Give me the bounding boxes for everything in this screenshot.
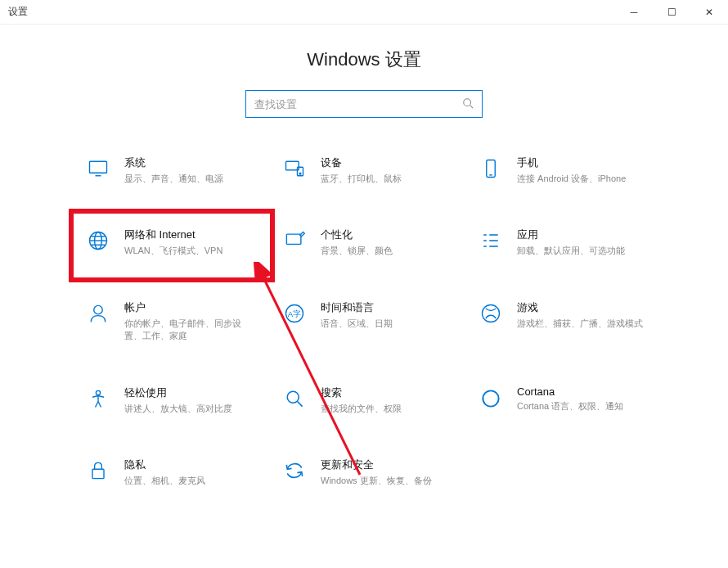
- paint-icon: [281, 228, 308, 254]
- tile-desc: 背景、锁屏、颜色: [321, 245, 455, 257]
- globe-icon: [85, 228, 111, 254]
- apps-icon: [478, 228, 504, 254]
- search-input[interactable]: [254, 98, 462, 110]
- svg-rect-2: [90, 161, 107, 173]
- tile-devices[interactable]: 设备 蓝牙、打印机、鼠标: [278, 151, 458, 190]
- tile-title: 更新和安全: [321, 458, 455, 472]
- search-icon: [462, 97, 474, 111]
- svg-rect-14: [286, 235, 301, 245]
- tile-accounts[interactable]: 帐户 你的帐户、电子邮件、同步设置、工作、家庭: [82, 295, 262, 348]
- display-icon: [85, 156, 111, 182]
- page-title: Windows 设置: [0, 47, 728, 72]
- svg-text:A字: A字: [288, 309, 301, 318]
- tile-desc: 查找我的文件、权限: [321, 403, 455, 415]
- accessibility-icon: [85, 385, 111, 412]
- tile-title: 网络和 Internet: [124, 228, 258, 242]
- svg-line-27: [298, 401, 303, 406]
- tile-title: 帐户: [124, 300, 258, 315]
- tile-network[interactable]: 网络和 Internet WLAN、飞行模式、VPN: [82, 223, 262, 262]
- svg-point-28: [483, 390, 498, 406]
- tile-update-security[interactable]: 更新和安全 Windows 更新、恢复、备份: [278, 453, 458, 492]
- svg-line-1: [470, 105, 474, 108]
- sync-icon: [281, 458, 308, 484]
- tile-desc: 卸载、默认应用、可选功能: [517, 245, 651, 257]
- search-box[interactable]: [245, 90, 483, 118]
- lock-icon: [85, 458, 111, 484]
- tile-desc: 蓝牙、打印机、鼠标: [321, 173, 455, 185]
- close-button[interactable]: ✕: [690, 0, 728, 25]
- tile-ease-of-access[interactable]: 轻松使用 讲述人、放大镜、高对比度: [82, 381, 262, 420]
- tile-desc: Windows 更新、恢复、备份: [321, 475, 455, 487]
- tile-time-language[interactable]: A字 时间和语言 语音、区域、日期: [278, 295, 458, 348]
- svg-point-6: [299, 173, 301, 174]
- language-icon: A字: [281, 300, 308, 327]
- search-container: [0, 90, 728, 118]
- tile-title: Cortana: [517, 385, 651, 398]
- tile-search[interactable]: 搜索 查找我的文件、权限: [278, 381, 458, 420]
- svg-point-24: [483, 304, 500, 322]
- tile-desc: 语音、区域、日期: [321, 318, 455, 330]
- minimize-button[interactable]: ─: [615, 0, 653, 25]
- tile-desc: 连接 Android 设备、iPhone: [517, 173, 651, 185]
- tile-privacy[interactable]: 隐私 位置、相机、麦克风: [82, 453, 262, 492]
- tile-phone[interactable]: 手机 连接 Android 设备、iPhone: [474, 151, 654, 190]
- xbox-icon: [478, 300, 504, 327]
- tile-system[interactable]: 系统 显示、声音、通知、电源: [82, 151, 262, 190]
- tile-desc: Cortana 语言、权限、通知: [517, 400, 651, 412]
- svg-point-21: [94, 305, 103, 314]
- phone-icon: [478, 156, 504, 182]
- tile-desc: 讲述人、放大镜、高对比度: [124, 403, 258, 415]
- tile-title: 手机: [517, 156, 651, 170]
- tile-title: 搜索: [321, 385, 455, 400]
- tile-title: 应用: [517, 228, 651, 242]
- magnifier-icon: [281, 385, 308, 412]
- devices-icon: [281, 156, 308, 182]
- svg-point-0: [464, 98, 471, 106]
- svg-point-26: [287, 391, 299, 403]
- tile-desc: 你的帐户、电子邮件、同步设置、工作、家庭: [124, 318, 258, 343]
- person-icon: [85, 300, 111, 327]
- tile-title: 时间和语言: [321, 300, 455, 315]
- tile-title: 隐私: [124, 458, 258, 472]
- maximize-button[interactable]: ☐: [653, 0, 690, 25]
- svg-rect-29: [92, 469, 104, 478]
- window-controls: ─ ☐ ✕: [615, 0, 728, 25]
- tile-cortana[interactable]: Cortana Cortana 语言、权限、通知: [474, 381, 654, 420]
- tile-title: 设备: [321, 156, 455, 170]
- svg-point-25: [96, 390, 100, 394]
- tile-desc: 显示、声音、通知、电源: [124, 173, 258, 185]
- titlebar: 设置 ─ ☐ ✕: [0, 0, 728, 25]
- tile-desc: 位置、相机、麦克风: [124, 475, 258, 487]
- tile-title: 个性化: [321, 228, 455, 242]
- tile-title: 游戏: [517, 300, 651, 315]
- tile-title: 轻松使用: [124, 385, 258, 400]
- window-title: 设置: [8, 5, 28, 19]
- tile-apps[interactable]: 应用 卸载、默认应用、可选功能: [474, 223, 654, 262]
- tile-desc: WLAN、飞行模式、VPN: [124, 245, 258, 257]
- tile-gaming[interactable]: 游戏 游戏栏、捕获、广播、游戏模式: [474, 295, 654, 348]
- tile-desc: 游戏栏、捕获、广播、游戏模式: [517, 318, 651, 330]
- settings-grid: 系统 显示、声音、通知、电源 设备 蓝牙、打印机、鼠标 手机 连接 Androi…: [0, 151, 728, 492]
- tile-personalization[interactable]: 个性化 背景、锁屏、颜色: [278, 223, 458, 262]
- tile-title: 系统: [124, 156, 258, 170]
- cortana-icon: [478, 385, 504, 412]
